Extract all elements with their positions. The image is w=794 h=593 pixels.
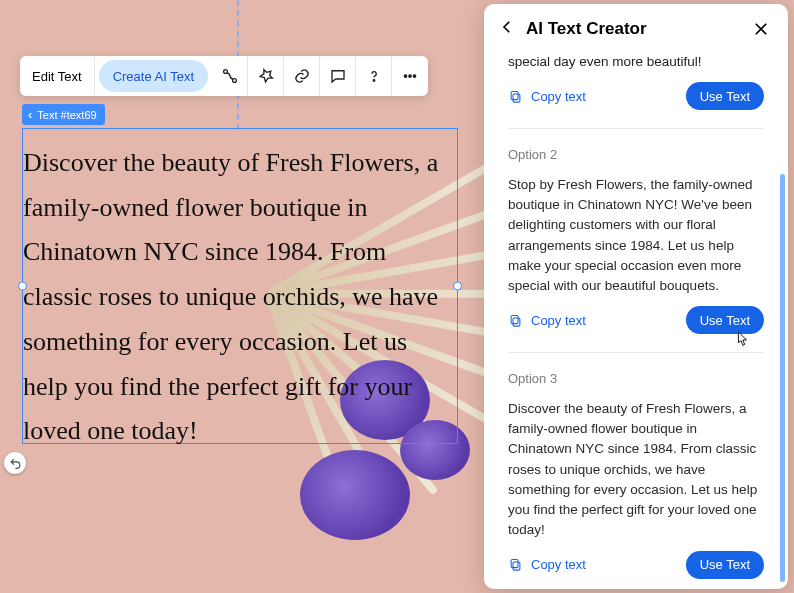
use-text-button[interactable]: Use Text (686, 551, 764, 579)
decorative-flower (300, 450, 410, 540)
element-toolbar: Edit Text Create AI Text (20, 56, 428, 96)
close-icon[interactable] (752, 20, 770, 38)
create-ai-text-button[interactable]: Create AI Text (99, 60, 208, 92)
option-3-actions: Copy text Use Text (508, 551, 764, 579)
svg-point-5 (413, 75, 415, 77)
option-body: Stop by Fresh Flowers, the family-owned … (508, 175, 764, 297)
copy-label: Copy text (531, 87, 586, 107)
svg-point-1 (232, 79, 236, 83)
copy-text-button[interactable]: Copy text (508, 87, 586, 107)
svg-point-2 (373, 80, 375, 82)
more-icon[interactable] (392, 56, 428, 96)
panel-title: AI Text Creator (526, 19, 742, 39)
copy-label: Copy text (531, 311, 586, 331)
text-content: Discover the beauty of Fresh Flowers, a … (23, 148, 438, 445)
selection-tag-label: Text #text69 (37, 109, 96, 121)
resize-handle-right[interactable] (453, 282, 462, 291)
copy-text-button[interactable]: Copy text (508, 311, 586, 331)
link-icon[interactable] (284, 56, 320, 96)
animation-icon[interactable] (248, 56, 284, 96)
selected-text-element[interactable]: Discover the beauty of Fresh Flowers, a … (22, 128, 458, 444)
copy-label: Copy text (531, 555, 586, 575)
help-icon[interactable] (356, 56, 392, 96)
divider (508, 128, 764, 129)
resize-handle-left[interactable] (18, 282, 27, 291)
undo-button[interactable] (4, 452, 26, 474)
comment-icon[interactable] (320, 56, 356, 96)
svg-rect-8 (513, 318, 520, 326)
selection-tag[interactable]: Text #text69 (22, 104, 105, 125)
ai-text-creator-panel: AI Text Creator special day even more be… (484, 4, 788, 589)
panel-body[interactable]: special day even more beautiful! Copy te… (484, 52, 788, 589)
option-label: Option 3 (508, 369, 764, 389)
use-text-button[interactable]: Use Text (686, 82, 764, 110)
edit-text-button[interactable]: Edit Text (20, 56, 95, 96)
option-1-actions: Copy text Use Text (508, 82, 764, 110)
svg-rect-9 (511, 315, 518, 323)
svg-point-4 (409, 75, 411, 77)
svg-point-3 (404, 75, 406, 77)
svg-rect-11 (511, 560, 518, 568)
divider (508, 352, 764, 353)
svg-rect-7 (511, 91, 518, 99)
option-label: Option 2 (508, 145, 764, 165)
panel-scrollbar[interactable] (780, 174, 785, 582)
panel-header: AI Text Creator (484, 4, 788, 52)
option-body: Discover the beauty of Fresh Flowers, a … (508, 399, 764, 541)
option-2-actions: Copy text Use Text (508, 306, 764, 334)
use-text-button[interactable]: Use Text (686, 306, 764, 334)
editor-canvas[interactable]: Edit Text Create AI Text Text #text69 Di… (0, 0, 794, 593)
svg-point-0 (223, 70, 227, 74)
svg-rect-6 (513, 94, 520, 102)
option-1-trail: special day even more beautiful! (508, 52, 764, 72)
copy-text-button[interactable]: Copy text (508, 555, 586, 575)
back-icon[interactable] (498, 18, 516, 40)
svg-rect-10 (513, 562, 520, 570)
path-edit-icon[interactable] (212, 56, 248, 96)
